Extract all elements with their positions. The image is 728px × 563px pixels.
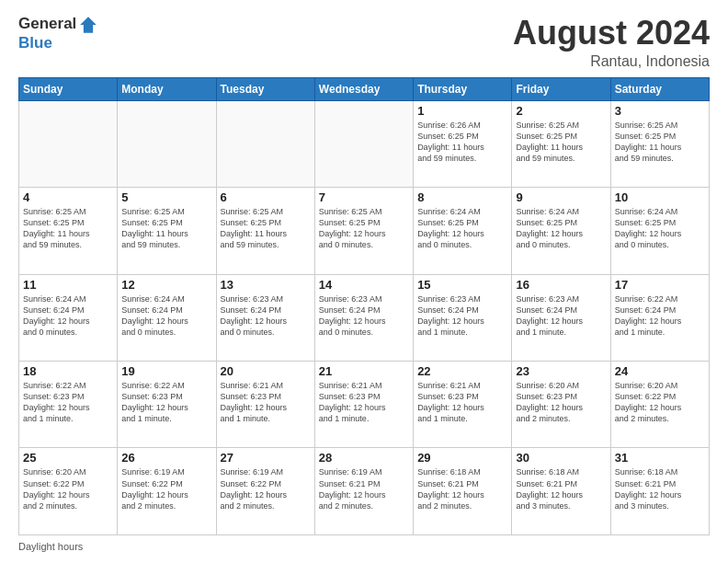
calendar-cell-4: 4Sunrise: 6:25 AM Sunset: 6:25 PM Daylig… [19,188,118,274]
day-number: 13 [221,278,311,292]
calendar-cell-20: 20Sunrise: 6:21 AM Sunset: 6:23 PM Dayli… [216,362,314,448]
calendar-header-saturday: Saturday [610,77,709,100]
day-number: 12 [121,278,211,292]
day-info: Sunrise: 6:20 AM Sunset: 6:22 PM Dayligh… [615,380,705,425]
day-number: 21 [319,364,409,378]
day-number: 9 [516,190,606,204]
day-info: Sunrise: 6:23 AM Sunset: 6:24 PM Dayligh… [319,293,409,339]
calendar-header-row: SundayMondayTuesdayWednesdayThursdayFrid… [19,77,710,100]
day-info: Sunrise: 6:22 AM Sunset: 6:23 PM Dayligh… [121,380,211,425]
calendar-header-monday: Monday [118,77,216,100]
calendar-cell-28: 28Sunrise: 6:19 AM Sunset: 6:21 PM Dayli… [314,448,413,535]
day-number: 24 [615,364,705,378]
calendar-cell-23: 23Sunrise: 6:20 AM Sunset: 6:23 PM Dayli… [512,362,610,448]
day-number: 15 [417,278,507,292]
day-info: Sunrise: 6:23 AM Sunset: 6:24 PM Dayligh… [221,293,311,339]
logo: General Blue [18,15,98,52]
calendar-week-0: 1Sunrise: 6:26 AM Sunset: 6:25 PM Daylig… [19,100,710,187]
day-number: 6 [221,190,311,204]
calendar-cell-empty [118,100,216,187]
location: Rantau, Indonesia [513,53,710,70]
day-info: Sunrise: 6:24 AM Sunset: 6:25 PM Dayligh… [516,206,606,251]
calendar-cell-5: 5Sunrise: 6:25 AM Sunset: 6:25 PM Daylig… [118,188,216,274]
day-info: Sunrise: 6:21 AM Sunset: 6:23 PM Dayligh… [417,380,507,425]
day-number: 31 [615,451,705,465]
calendar-cell-empty [19,100,118,187]
logo-blue: Blue [18,35,98,52]
day-number: 16 [516,278,606,292]
footer: Daylight hours [18,541,710,552]
day-info: Sunrise: 6:25 AM Sunset: 6:25 PM Dayligh… [221,206,311,251]
calendar-cell-31: 31Sunrise: 6:18 AM Sunset: 6:21 PM Dayli… [610,448,709,535]
day-number: 27 [221,451,311,465]
day-number: 25 [23,451,113,465]
calendar-cell-29: 29Sunrise: 6:18 AM Sunset: 6:21 PM Dayli… [414,448,512,535]
day-info: Sunrise: 6:24 AM Sunset: 6:25 PM Dayligh… [417,206,507,251]
day-info: Sunrise: 6:20 AM Sunset: 6:23 PM Dayligh… [516,380,606,425]
calendar-cell-18: 18Sunrise: 6:22 AM Sunset: 6:23 PM Dayli… [19,362,118,448]
day-info: Sunrise: 6:23 AM Sunset: 6:24 PM Dayligh… [516,293,606,339]
day-number: 17 [615,278,705,292]
calendar-cell-6: 6Sunrise: 6:25 AM Sunset: 6:25 PM Daylig… [216,188,314,274]
calendar-week-1: 4Sunrise: 6:25 AM Sunset: 6:25 PM Daylig… [19,188,710,274]
calendar-cell-15: 15Sunrise: 6:23 AM Sunset: 6:24 PM Dayli… [414,274,512,361]
day-info: Sunrise: 6:25 AM Sunset: 6:25 PM Dayligh… [23,206,113,251]
day-info: Sunrise: 6:18 AM Sunset: 6:21 PM Dayligh… [516,466,606,511]
day-info: Sunrise: 6:25 AM Sunset: 6:25 PM Dayligh… [615,120,705,165]
day-info: Sunrise: 6:24 AM Sunset: 6:24 PM Dayligh… [121,293,211,339]
day-info: Sunrise: 6:26 AM Sunset: 6:25 PM Dayligh… [417,120,507,165]
day-number: 8 [417,190,507,204]
day-info: Sunrise: 6:25 AM Sunset: 6:25 PM Dayligh… [319,206,409,251]
day-number: 11 [23,278,113,292]
day-number: 19 [121,364,211,378]
day-number: 23 [516,364,606,378]
day-number: 28 [319,451,409,465]
day-number: 7 [319,190,409,204]
day-number: 22 [417,364,507,378]
day-number: 29 [417,451,507,465]
calendar-cell-19: 19Sunrise: 6:22 AM Sunset: 6:23 PM Dayli… [118,362,216,448]
day-info: Sunrise: 6:23 AM Sunset: 6:24 PM Dayligh… [417,293,507,339]
calendar-cell-9: 9Sunrise: 6:24 AM Sunset: 6:25 PM Daylig… [512,188,610,274]
day-info: Sunrise: 6:22 AM Sunset: 6:24 PM Dayligh… [615,293,705,339]
calendar-table: SundayMondayTuesdayWednesdayThursdayFrid… [18,77,710,535]
day-info: Sunrise: 6:25 AM Sunset: 6:25 PM Dayligh… [516,120,606,165]
day-info: Sunrise: 6:24 AM Sunset: 6:25 PM Dayligh… [615,206,705,251]
calendar-week-3: 18Sunrise: 6:22 AM Sunset: 6:23 PM Dayli… [19,362,710,448]
calendar-cell-7: 7Sunrise: 6:25 AM Sunset: 6:25 PM Daylig… [314,188,413,274]
calendar-cell-10: 10Sunrise: 6:24 AM Sunset: 6:25 PM Dayli… [610,188,709,274]
day-number: 3 [615,104,705,118]
calendar-cell-27: 27Sunrise: 6:19 AM Sunset: 6:22 PM Dayli… [216,448,314,535]
calendar-cell-8: 8Sunrise: 6:24 AM Sunset: 6:25 PM Daylig… [414,188,512,274]
calendar-cell-empty [314,100,413,187]
day-info: Sunrise: 6:24 AM Sunset: 6:24 PM Dayligh… [23,293,113,339]
calendar-cell-empty [216,100,314,187]
calendar-cell-25: 25Sunrise: 6:20 AM Sunset: 6:22 PM Dayli… [19,448,118,535]
day-number: 14 [319,278,409,292]
day-info: Sunrise: 6:22 AM Sunset: 6:23 PM Dayligh… [23,380,113,425]
day-number: 26 [121,451,211,465]
day-info: Sunrise: 6:18 AM Sunset: 6:21 PM Dayligh… [615,466,705,511]
page: General Blue August 2024 Rantau, Indones… [0,0,728,563]
day-info: Sunrise: 6:19 AM Sunset: 6:21 PM Dayligh… [319,466,409,511]
day-number: 4 [23,190,113,204]
day-info: Sunrise: 6:19 AM Sunset: 6:22 PM Dayligh… [121,466,211,511]
calendar-cell-12: 12Sunrise: 6:24 AM Sunset: 6:24 PM Dayli… [118,274,216,361]
header: General Blue August 2024 Rantau, Indones… [18,15,710,70]
calendar-cell-1: 1Sunrise: 6:26 AM Sunset: 6:25 PM Daylig… [414,100,512,187]
day-info: Sunrise: 6:20 AM Sunset: 6:22 PM Dayligh… [23,466,113,511]
daylight-label: Daylight hours [18,541,83,552]
calendar-header-sunday: Sunday [19,77,118,100]
day-info: Sunrise: 6:21 AM Sunset: 6:23 PM Dayligh… [319,380,409,425]
calendar-cell-26: 26Sunrise: 6:19 AM Sunset: 6:22 PM Dayli… [118,448,216,535]
day-number: 2 [516,104,606,118]
day-number: 5 [121,190,211,204]
day-info: Sunrise: 6:21 AM Sunset: 6:23 PM Dayligh… [221,380,311,425]
calendar-week-2: 11Sunrise: 6:24 AM Sunset: 6:24 PM Dayli… [19,274,710,361]
day-number: 20 [221,364,311,378]
title-block: August 2024 Rantau, Indonesia [513,15,710,70]
calendar-cell-21: 21Sunrise: 6:21 AM Sunset: 6:23 PM Dayli… [314,362,413,448]
day-number: 18 [23,364,113,378]
day-number: 1 [417,104,507,118]
calendar-header-wednesday: Wednesday [314,77,413,100]
